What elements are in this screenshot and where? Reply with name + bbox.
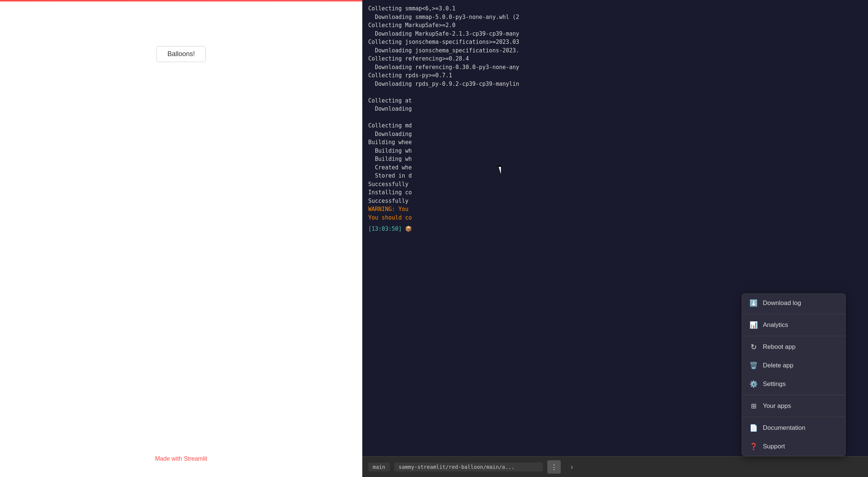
your-apps-label: Your apps	[763, 402, 791, 410]
arrow-button[interactable]: ›	[565, 460, 579, 474]
dropdown-item-reboot-app[interactable]: ↻ Reboot app	[742, 338, 845, 356]
delete-app-label: Delete app	[763, 362, 793, 369]
dropdown-item-documentation[interactable]: 📄 Documentation	[742, 419, 845, 437]
dropdown-item-your-apps[interactable]: ⊞ Your apps	[742, 397, 845, 415]
path-badge: sammy-streamlit/red-balloon/main/a...	[394, 463, 543, 471]
reboot-icon: ↻	[749, 343, 758, 351]
analytics-icon: 📊	[749, 321, 758, 329]
app-panel: Balloons! Made with Streamlit	[0, 1, 362, 477]
divider-4	[742, 417, 845, 417]
dropdown-item-support[interactable]: ❓ Support	[742, 437, 845, 456]
divider-2	[742, 336, 845, 336]
dropdown-menu: ⬇️ Download log 📊 Analytics ↻ Reboot app…	[742, 293, 846, 456]
balloons-button[interactable]: Balloons!	[156, 46, 205, 62]
three-dots-button[interactable]: ⋮	[547, 460, 561, 474]
dropdown-item-download-log[interactable]: ⬇️ Download log	[742, 294, 845, 312]
support-label: Support	[763, 443, 785, 450]
dropdown-item-delete-app[interactable]: 🗑️ Delete app	[742, 356, 845, 375]
divider-1	[742, 314, 845, 314]
streamlit-brand: Streamlit	[184, 455, 207, 462]
settings-label: Settings	[763, 380, 786, 388]
reboot-app-label: Reboot app	[763, 343, 796, 351]
made-with-text: Made with	[155, 455, 184, 462]
terminal-bottom-bar: main sammy-streamlit/red-balloon/main/a.…	[362, 456, 868, 477]
dropdown-item-settings[interactable]: ⚙️ Settings	[742, 375, 845, 393]
made-with-footer: Made with Streamlit	[0, 455, 362, 462]
download-log-label: Download log	[763, 299, 801, 307]
documentation-icon: 📄	[749, 424, 758, 432]
divider-3	[742, 395, 845, 395]
support-icon: ❓	[749, 442, 758, 451]
terminal-panel: Collecting smmap<6,>=3.0.1 Downloading s…	[362, 0, 868, 477]
download-log-icon: ⬇️	[749, 299, 758, 307]
analytics-label: Analytics	[763, 321, 788, 329]
dropdown-item-analytics[interactable]: 📊 Analytics	[742, 316, 845, 334]
terminal-timestamp: [13:03:50] 📦	[368, 225, 862, 233]
terminal-lines: Collecting smmap<6,>=3.0.1 Downloading s…	[368, 4, 862, 222]
settings-icon: ⚙️	[749, 380, 758, 388]
documentation-label: Documentation	[763, 424, 805, 432]
your-apps-icon: ⊞	[749, 402, 758, 410]
branch-badge: main	[368, 463, 390, 471]
delete-icon: 🗑️	[749, 361, 758, 370]
